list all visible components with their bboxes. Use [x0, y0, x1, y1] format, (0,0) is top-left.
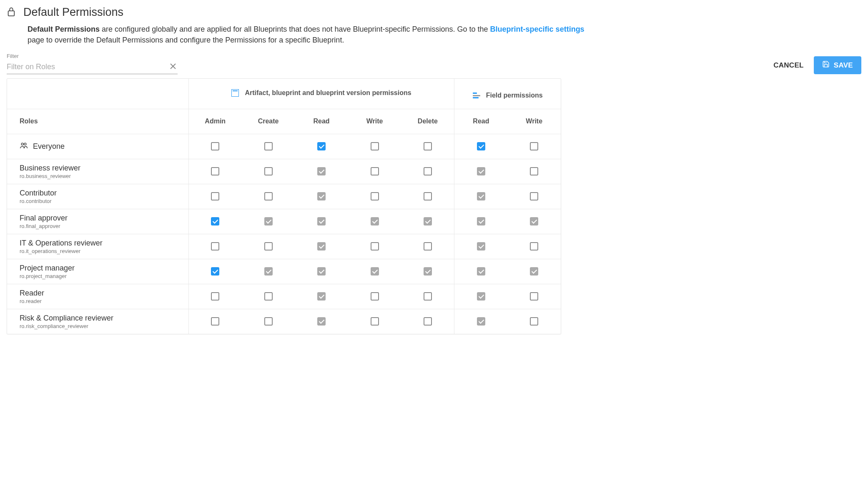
- checkbox-field_write[interactable]: [530, 242, 538, 251]
- col-header-roles: Roles: [7, 109, 188, 134]
- checkbox-field_write[interactable]: [530, 317, 538, 326]
- checkbox-read[interactable]: [317, 217, 326, 225]
- checkbox-field_read[interactable]: [477, 242, 485, 251]
- checkbox-field_read[interactable]: [477, 217, 485, 225]
- checkbox-admin[interactable]: [211, 167, 219, 175]
- group-header-artifact-label: Artifact, blueprint and blueprint versio…: [245, 89, 411, 97]
- checkbox-admin[interactable]: [211, 267, 219, 276]
- role-name: Business reviewer: [20, 164, 188, 173]
- checkbox-write[interactable]: [371, 317, 379, 326]
- checkbox-create[interactable]: [264, 192, 273, 200]
- checkbox-field_write[interactable]: [530, 192, 538, 200]
- checkbox-create[interactable]: [264, 292, 273, 301]
- checkbox-read[interactable]: [317, 317, 326, 326]
- perm-cell-field_write: [507, 159, 561, 184]
- permissions-table: Artifact, blueprint and blueprint versio…: [7, 79, 561, 334]
- role-cell: Project managerro.project_manager: [7, 259, 188, 284]
- checkbox-write[interactable]: [371, 192, 379, 200]
- checkbox-admin[interactable]: [211, 142, 219, 150]
- perm-cell-create: [242, 284, 295, 309]
- perm-cell-field_write: [507, 284, 561, 309]
- checkbox-admin[interactable]: [211, 192, 219, 200]
- perm-cell-write: [348, 184, 401, 209]
- checkbox-delete[interactable]: [424, 167, 432, 175]
- role-name: Contributor: [20, 189, 188, 198]
- page-description: Default Permissions are configured globa…: [28, 24, 603, 45]
- checkbox-admin[interactable]: [211, 317, 219, 326]
- col-header-field-read: Read: [454, 109, 508, 134]
- perm-cell-field_read: [454, 209, 508, 234]
- checkbox-field_write[interactable]: [530, 292, 538, 301]
- perm-cell-delete: [401, 159, 454, 184]
- checkbox-read[interactable]: [317, 167, 326, 175]
- perm-cell-read: [295, 309, 348, 334]
- clear-filter-icon[interactable]: [170, 63, 176, 71]
- checkbox-create[interactable]: [264, 317, 273, 326]
- checkbox-admin[interactable]: [211, 217, 219, 225]
- checkbox-create[interactable]: [264, 167, 273, 175]
- checkbox-delete[interactable]: [424, 217, 432, 225]
- checkbox-admin[interactable]: [211, 292, 219, 301]
- checkbox-field_read[interactable]: [477, 167, 485, 175]
- checkbox-delete[interactable]: [424, 317, 432, 326]
- checkbox-create[interactable]: [264, 242, 273, 251]
- checkbox-delete[interactable]: [424, 192, 432, 200]
- artifact-icon: [231, 89, 239, 97]
- checkbox-create[interactable]: [264, 267, 273, 276]
- perm-cell-create: [242, 309, 295, 334]
- blueprint-settings-link[interactable]: Blueprint-specific settings: [490, 25, 585, 33]
- checkbox-write[interactable]: [371, 217, 379, 225]
- checkbox-write[interactable]: [371, 167, 379, 175]
- role-name: Project manager: [20, 264, 188, 273]
- page-title: Default Permissions: [23, 6, 123, 19]
- filter-input[interactable]: [7, 60, 178, 74]
- checkbox-field_read[interactable]: [477, 142, 485, 150]
- perm-cell-write: [348, 209, 401, 234]
- col-header-read: Read: [295, 109, 348, 134]
- perm-cell-read: [295, 134, 348, 159]
- checkbox-read[interactable]: [317, 292, 326, 301]
- checkbox-read[interactable]: [317, 267, 326, 276]
- checkbox-field_write[interactable]: [530, 167, 538, 175]
- perm-cell-field_read: [454, 284, 508, 309]
- checkbox-delete[interactable]: [424, 242, 432, 251]
- checkbox-field_read[interactable]: [477, 192, 485, 200]
- checkbox-read[interactable]: [317, 242, 326, 251]
- perm-cell-admin: [188, 184, 242, 209]
- save-button-label: SAVE: [834, 61, 853, 70]
- cancel-button[interactable]: CANCEL: [773, 61, 804, 70]
- lock-icon: [7, 6, 16, 19]
- field-icon: [473, 93, 480, 98]
- checkbox-write[interactable]: [371, 292, 379, 301]
- perm-cell-admin: [188, 134, 242, 159]
- perm-cell-field_read: [454, 259, 508, 284]
- checkbox-field_write[interactable]: [530, 267, 538, 276]
- table-row: IT & Operations reviewerro.it_operations…: [7, 234, 561, 259]
- perm-cell-field_write: [507, 134, 561, 159]
- perm-cell-field_write: [507, 184, 561, 209]
- checkbox-delete[interactable]: [424, 267, 432, 276]
- description-bold: Default Permissions: [28, 25, 100, 33]
- checkbox-write[interactable]: [371, 242, 379, 251]
- perm-cell-admin: [188, 209, 242, 234]
- checkbox-delete[interactable]: [424, 142, 432, 150]
- checkbox-admin[interactable]: [211, 242, 219, 251]
- perm-cell-field_write: [507, 259, 561, 284]
- checkbox-delete[interactable]: [424, 292, 432, 301]
- checkbox-write[interactable]: [371, 142, 379, 150]
- checkbox-field_read[interactable]: [477, 267, 485, 276]
- column-header-row: Roles Admin Create Read Write Delete Rea…: [7, 109, 561, 134]
- perm-cell-delete: [401, 309, 454, 334]
- checkbox-field_write[interactable]: [530, 217, 538, 225]
- role-cell: Everyone: [7, 134, 188, 159]
- save-button[interactable]: SAVE: [814, 56, 861, 74]
- checkbox-field_read[interactable]: [477, 317, 485, 326]
- checkbox-create[interactable]: [264, 142, 273, 150]
- checkbox-read[interactable]: [317, 142, 326, 150]
- checkbox-create[interactable]: [264, 217, 273, 225]
- checkbox-field_read[interactable]: [477, 292, 485, 301]
- perm-cell-field_write: [507, 309, 561, 334]
- checkbox-read[interactable]: [317, 192, 326, 200]
- checkbox-write[interactable]: [371, 267, 379, 276]
- checkbox-field_write[interactable]: [530, 142, 538, 150]
